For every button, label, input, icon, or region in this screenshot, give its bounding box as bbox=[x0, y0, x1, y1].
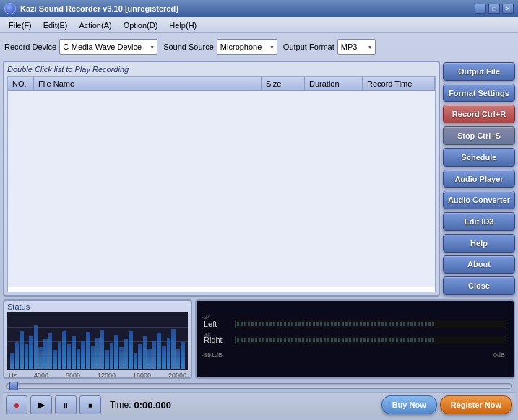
progress-track[interactable] bbox=[6, 383, 512, 389]
spectrum-bar bbox=[138, 344, 142, 369]
level-dot bbox=[284, 322, 286, 326]
menu-edit[interactable]: Edit(E) bbox=[38, 19, 74, 31]
stop-button[interactable]: ■ bbox=[79, 395, 101, 414]
level-dot bbox=[421, 338, 423, 342]
level-dot bbox=[273, 322, 275, 326]
db-labels: -24 -46 -68 bbox=[202, 301, 211, 359]
level-dot bbox=[302, 338, 304, 342]
level-dot bbox=[331, 338, 333, 342]
progress-thumb[interactable] bbox=[9, 382, 18, 390]
schedule-button[interactable]: Schedule bbox=[443, 148, 515, 167]
format-settings-button[interactable]: Format Settings bbox=[443, 84, 515, 102]
audio-player-button[interactable]: Audio Player bbox=[443, 170, 515, 188]
minimize-button[interactable]: _ bbox=[475, 4, 486, 14]
output-format-select[interactable]: MP3 WAV WMA OGG bbox=[337, 39, 376, 55]
level-dot bbox=[400, 338, 402, 342]
progress-area[interactable] bbox=[3, 382, 515, 390]
spectrum-bar bbox=[48, 333, 53, 369]
table-header: NO. File Name Size Duration Record Time bbox=[8, 77, 435, 91]
menu-help[interactable]: Help(H) bbox=[163, 19, 202, 31]
spectrum-bar bbox=[176, 349, 181, 369]
level-dot bbox=[353, 338, 355, 342]
output-file-button[interactable]: Output File bbox=[443, 62, 515, 81]
level-dot bbox=[360, 338, 362, 342]
level-dot bbox=[324, 322, 326, 326]
level-dot bbox=[298, 322, 301, 326]
spectrum-bars bbox=[9, 315, 186, 369]
level-dot bbox=[381, 338, 384, 342]
level-dot bbox=[342, 338, 344, 342]
freq-4000: 4000 bbox=[34, 372, 48, 379]
edit-id3-button[interactable]: Edit ID3 bbox=[443, 212, 515, 231]
spectrum-bar bbox=[58, 342, 62, 369]
level-dot bbox=[414, 338, 416, 342]
level-dot bbox=[363, 322, 366, 326]
record-transport-button[interactable]: ● bbox=[6, 395, 27, 414]
level-dot bbox=[320, 322, 322, 326]
play-button[interactable]: ▶ bbox=[30, 395, 52, 414]
level-dot bbox=[418, 338, 420, 342]
maximize-button[interactable]: □ bbox=[488, 4, 500, 14]
spectrum-bar bbox=[77, 349, 81, 369]
level-dot bbox=[288, 322, 290, 326]
close-button[interactable]: Close bbox=[443, 276, 515, 295]
col-size: Size bbox=[262, 77, 305, 90]
spectrum-bar bbox=[10, 353, 14, 369]
level-dot bbox=[367, 338, 369, 342]
spectrum-bar bbox=[62, 331, 66, 369]
col-no: NO. bbox=[8, 77, 34, 90]
pause-button[interactable]: ⏸ bbox=[55, 395, 77, 414]
bottom-section: ● ▶ ⏸ ■ Time: 0:00.000 Buy Now Register … bbox=[3, 382, 515, 417]
level-dot bbox=[392, 322, 394, 326]
level-dot bbox=[266, 338, 268, 342]
list-panel: Double Click list to Play Recording NO. … bbox=[3, 61, 440, 297]
level-dot bbox=[396, 322, 398, 326]
level-dot bbox=[306, 322, 308, 326]
freq-20000: 20000 bbox=[168, 372, 186, 379]
app-icon bbox=[4, 3, 16, 14]
output-format-label: Output Format bbox=[283, 43, 334, 51]
level-dot bbox=[363, 338, 366, 342]
spectrum-display bbox=[7, 312, 188, 370]
buy-now-button[interactable]: Buy Now bbox=[381, 395, 437, 414]
record-button[interactable]: Record Ctrl+R bbox=[443, 105, 515, 123]
level-dot bbox=[428, 322, 431, 326]
level-dot bbox=[320, 338, 322, 342]
spectrum-bar bbox=[100, 330, 105, 369]
spectrum-bar bbox=[15, 342, 20, 369]
menu-file[interactable]: File(F) bbox=[3, 19, 38, 31]
freq-labels: Hz 4000 8000 12000 16000 20000 bbox=[7, 372, 188, 379]
about-button[interactable]: About bbox=[443, 255, 515, 274]
record-device-wrapper[interactable]: C-Media Wave Device bbox=[59, 39, 157, 55]
level-dot bbox=[237, 322, 239, 326]
level-dot bbox=[356, 338, 358, 342]
register-now-button[interactable]: Register Now bbox=[440, 395, 512, 414]
sound-source-select[interactable]: Microphone Line In Stereo Mix bbox=[217, 39, 277, 55]
level-dot bbox=[255, 322, 257, 326]
sound-source-wrapper[interactable]: Microphone Line In Stereo Mix bbox=[217, 39, 277, 55]
level-dot bbox=[284, 338, 286, 342]
level-dot bbox=[302, 322, 304, 326]
level-dot bbox=[241, 322, 243, 326]
sound-source-label: Sound Source bbox=[163, 43, 214, 51]
audio-converter-button[interactable]: Audio Converter bbox=[443, 191, 515, 209]
main-area: Record Device C-Media Wave Device Sound … bbox=[0, 33, 518, 420]
menu-option[interactable]: Option(D) bbox=[118, 19, 164, 31]
spectrum-bar bbox=[124, 339, 129, 369]
spectrum-bar bbox=[20, 331, 24, 369]
level-dot bbox=[403, 338, 405, 342]
menu-action[interactable]: Action(A) bbox=[73, 19, 117, 31]
level-dot bbox=[374, 322, 376, 326]
output-format-wrapper[interactable]: MP3 WAV WMA OGG bbox=[337, 39, 376, 55]
spectrum-bar bbox=[129, 331, 133, 369]
level-dot bbox=[371, 338, 373, 342]
level-bar-left bbox=[235, 320, 506, 328]
help-button[interactable]: Help bbox=[443, 234, 515, 253]
close-window-button[interactable]: ✕ bbox=[502, 4, 514, 14]
level-dot bbox=[360, 322, 362, 326]
stop-button[interactable]: Stop Ctrl+S bbox=[443, 126, 515, 145]
level-dot bbox=[306, 338, 308, 342]
spectrum-bar bbox=[147, 349, 152, 369]
record-device-select[interactable]: C-Media Wave Device bbox=[59, 39, 157, 55]
col-duration: Duration bbox=[305, 77, 363, 90]
